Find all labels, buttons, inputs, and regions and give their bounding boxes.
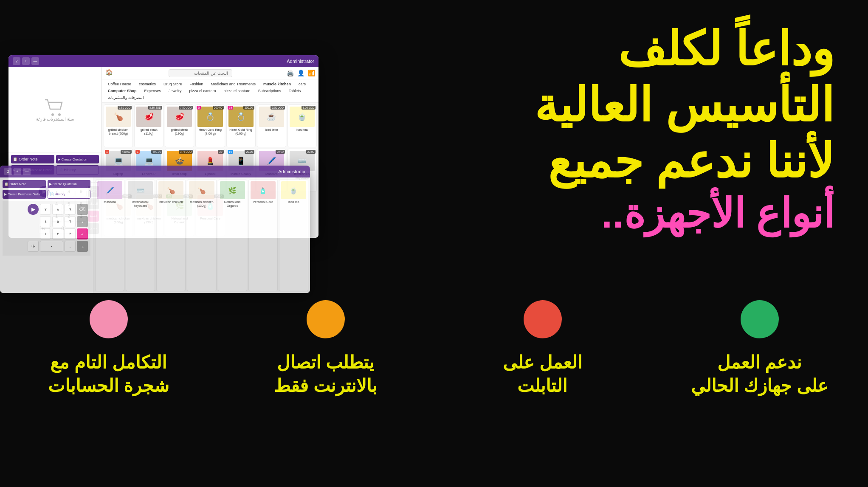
cat-expenses[interactable]: Expenses: [141, 88, 165, 94]
ctrl-btn-2[interactable]: 2: [4, 168, 12, 175]
product-price: 29: [218, 150, 223, 154]
nav-btn-2[interactable]: ▶: [28, 204, 39, 215]
list-item[interactable]: 🍗 5.80 JOD grilled chicken breast (200g): [104, 104, 133, 147]
list-item[interactable]: ⌨️mechanical keyboard: [126, 179, 155, 291]
subheadline-line1: أنواع الأجهزة..: [358, 189, 834, 238]
product-name: Mascara: [97, 200, 122, 204]
window-controls: 2 + —: [13, 57, 39, 65]
product-price: 5.80 JOD: [148, 106, 162, 110]
user-icon[interactable]: 👤: [297, 70, 304, 76]
nq-2[interactable]: ك: [77, 228, 88, 239]
cat-fashion[interactable]: Fashion: [186, 81, 206, 87]
nav-fwd-btn[interactable]: +: [22, 57, 30, 65]
cat-cosmetics[interactable]: cosmetics: [135, 81, 159, 87]
features-section: التكامل التام مع شجرة الحسابات يتطلب اتص…: [0, 283, 868, 487]
numpad-2: ▶ ٧ ٨ ٩ ⌫ ٤ ٥ ٦ د ١ ٢ ٣: [3, 201, 90, 256]
product-price: 20.00: [276, 150, 285, 154]
list-item[interactable]: 🧴Personal Care: [248, 179, 278, 291]
n3-2[interactable]: ٣: [65, 228, 76, 239]
n4-2[interactable]: ٤: [40, 216, 51, 227]
create-quotation-btn-2[interactable]: ▶ Create Quotation: [48, 180, 91, 188]
product-price: 5.80 JOD: [118, 106, 132, 110]
list-item[interactable]: ☕ 3.50 JOD Iced latte: [257, 104, 286, 147]
n8-2[interactable]: ٨: [52, 204, 63, 215]
right-section: وداعاً لكلف التأسيس العالية لأننا ندعم ج…: [358, 0, 868, 263]
history-btn-2[interactable]: 📄 History: [48, 190, 91, 199]
order-note-button[interactable]: 📋 Order Note: [11, 155, 54, 163]
cat-pizza1[interactable]: pizza el cantaro: [186, 88, 220, 94]
feature-text-1: ندعم العمل على جهازك الحالي: [691, 351, 828, 397]
list-item[interactable]: 🥩 5.80 JOD grilled steak (110g): [134, 104, 163, 147]
cat-drug-store[interactable]: Drug Store: [160, 81, 186, 87]
cat-coffee-house[interactable]: Coffee House: [104, 81, 135, 87]
product-price: 3.50 JOD: [271, 106, 285, 110]
create-quotation-button[interactable]: ▶ Create Quotation: [56, 155, 99, 163]
product-search-input[interactable]: [169, 69, 232, 77]
nd-2[interactable]: خ: [77, 241, 88, 252]
product-name: Natural and Organic: [220, 200, 245, 208]
products-topbar: 🏠 🖨️ 👤 📶: [102, 67, 318, 79]
cat-subscriptions[interactable]: Subscriptions: [255, 88, 285, 94]
cat-expenses-ar[interactable]: التصرفات والمشتريات: [104, 95, 147, 101]
list-item[interactable]: 🥩 7.50 JOD grilled steak (190g): [165, 104, 194, 147]
n1-2[interactable]: ١: [40, 228, 51, 239]
product-badge: 29: [228, 106, 234, 110]
ctrl-fwd-2[interactable]: +: [14, 168, 21, 175]
n9-2[interactable]: ٩: [65, 204, 76, 215]
product-badge: 5: [197, 106, 201, 110]
product-name: mexican chicken (130g): [189, 200, 214, 208]
n2-2[interactable]: ٢: [52, 228, 63, 239]
list-item[interactable]: 💍 5 260.00 Heart Gold Ring (8.00 g): [195, 104, 225, 147]
list-item[interactable]: 🍗mexican chicken: [156, 179, 186, 291]
nav-back-btn[interactable]: 2: [13, 57, 20, 65]
product-price: 3.75 JOD: [179, 150, 193, 154]
list-item[interactable]: 🍗mexican chicken (130g): [187, 179, 216, 291]
cat-medicines[interactable]: Medicines and Treatments: [207, 81, 259, 87]
left-section: 2 + — Administrator سلة المشتريات فارغة: [0, 51, 331, 314]
order-empty-state: سلة المشتريات فارغة: [8, 67, 101, 152]
product-name: grilled steak (110g): [136, 128, 161, 135]
feature-dot-2: [524, 300, 562, 338]
home-icon[interactable]: 🏠: [105, 69, 114, 77]
list-item[interactable]: 🌿Natural and Organic: [218, 179, 247, 291]
product-badge: 1: [105, 150, 109, 154]
list-item[interactable]: 🖊️Mascara: [95, 179, 124, 291]
product-price: 7.50 JOD: [179, 106, 193, 110]
product-price: 450.00: [121, 150, 132, 154]
n7-2[interactable]: ٧: [40, 204, 51, 215]
nb-2[interactable]: ⌫: [77, 204, 88, 215]
order-note-btn-2[interactable]: 📋 Order Note: [3, 180, 46, 188]
nc-2[interactable]: د: [77, 216, 88, 227]
n0-2[interactable]: ٠: [40, 241, 63, 252]
ndot-2[interactable]: .: [65, 241, 76, 252]
print-icon[interactable]: 🖨️: [287, 70, 294, 76]
product-badge: 10: [228, 150, 234, 154]
svg-point-0: [51, 113, 54, 116]
headline-line1: وداعاً لكلف: [358, 21, 834, 77]
cat-computer-shop[interactable]: Computer Shop: [104, 88, 140, 94]
product-name: mexican chicken: [158, 200, 183, 204]
npm-2[interactable]: +/-: [28, 241, 39, 252]
cat-jewelry[interactable]: Jewelry: [165, 88, 185, 94]
cat-pizza2[interactable]: pizza el cantaro: [220, 88, 254, 94]
list-item[interactable]: 🍵 3.00 JOD Iced tea: [287, 104, 317, 147]
cat-tablets[interactable]: Tablets: [285, 88, 304, 94]
n5-2[interactable]: ٥: [52, 216, 63, 227]
feature-item-2: العمل على التابلت: [434, 300, 651, 397]
n6-2[interactable]: ٦: [65, 216, 76, 227]
product-price: 20.00: [306, 150, 316, 154]
product-price: 260.00: [213, 106, 224, 110]
svg-point-1: [58, 113, 61, 116]
product-name: Personal Care: [251, 200, 276, 204]
pos-titlebar-2: 2 + — Administrator: [0, 166, 310, 177]
cat-cars[interactable]: cars: [295, 81, 309, 87]
cat-muscle-kitchen[interactable]: muscle kitchen: [260, 81, 294, 87]
create-po-btn-2[interactable]: ▶ Create Purchase Order: [3, 190, 46, 199]
cart-icon: [43, 98, 67, 117]
list-item[interactable]: 🍵Iced tea: [279, 179, 308, 291]
list-item[interactable]: 💍 29 250.00 Heart Gold Ring (6.00 g): [226, 104, 256, 147]
nav-close-btn[interactable]: —: [31, 57, 39, 65]
ctrl-close-2[interactable]: —: [23, 168, 31, 175]
pos-titlebar: 2 + — Administrator: [8, 55, 318, 67]
feature-item-4: التكامل التام مع شجرة الحسابات: [0, 300, 217, 397]
